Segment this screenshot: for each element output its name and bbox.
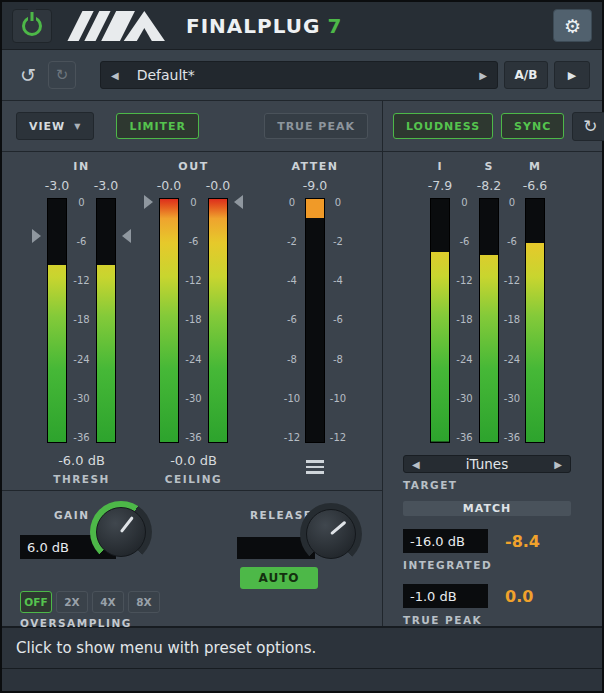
true-peak-toggle[interactable]: TRUE PEAK (264, 113, 368, 139)
target-selector[interactable]: ◀ iTunes ▶ (403, 455, 571, 473)
out-meter-left-fill (160, 199, 178, 442)
auto-release-toggle[interactable]: AUTO (240, 567, 318, 589)
loudness-panel: I S M -7.9 -8.2 -6.6 0-6-12-18-24-30-36 (383, 152, 602, 626)
bottom-strip (2, 668, 602, 691)
integrated-meter-label: I (430, 160, 450, 178)
scale-tick: -24 (504, 355, 520, 365)
out-meter-left (159, 198, 179, 443)
preset-name: Default* (137, 67, 480, 83)
scale-tick: 0 (335, 198, 341, 208)
threshold-marker-left[interactable] (32, 229, 41, 243)
power-icon (22, 16, 42, 36)
scale-tick: -2 (287, 237, 297, 247)
scale-tick: -18 (456, 315, 472, 325)
ceiling-label: CEILING (165, 473, 222, 485)
momentary-meter-value: -6.6 (525, 178, 545, 198)
oversampling-off-button[interactable]: OFF (20, 591, 52, 613)
integrated-meter (430, 198, 450, 443)
scale-tick: -30 (73, 394, 89, 404)
undo-icon: ↺ (20, 64, 36, 86)
redo-button[interactable]: ↻ (48, 61, 76, 89)
settings-button[interactable]: ⚙ (553, 9, 592, 42)
truepeak-row: -1.0 dB 0.0 (403, 584, 602, 608)
atten-label: ATTEN (291, 160, 338, 178)
ab-compare-button[interactable]: A/B (504, 61, 548, 89)
loudness-toggle[interactable]: LOUDNESS (393, 113, 493, 139)
scale-tick: -36 (456, 433, 472, 443)
oversampling-2x-button[interactable]: 2X (56, 591, 88, 613)
control-row: VIEW ▼ LIMITER TRUE PEAK LOUDNESS SYNC ↻ (2, 101, 602, 152)
threshold-marker-right[interactable] (122, 229, 131, 243)
scale-tick: -18 (504, 315, 520, 325)
sync-toggle[interactable]: SYNC (501, 113, 564, 139)
in-meter-scale: 0-6-12-18-24-30-36 (67, 198, 96, 443)
target-prev-icon[interactable]: ◀ (412, 459, 420, 470)
integrated-target-field[interactable]: -16.0 dB (403, 529, 488, 553)
chevron-down-icon: ▼ (74, 122, 81, 131)
preset-prev-icon[interactable]: ◀ (111, 70, 119, 81)
plugin-version: 7 (327, 14, 342, 38)
loudness-meter-labels: I S M (430, 160, 590, 178)
truepeak-target-field[interactable]: -1.0 dB (403, 584, 488, 608)
scale-tick: -12 (330, 433, 346, 443)
plugin-title: FINALPLUG7 (186, 14, 342, 38)
preset-toolbar: ↺ ↻ ◀ Default* ▶ A/B ▶ (2, 50, 602, 101)
gain-knob[interactable] (90, 501, 152, 563)
sync-icon: ↻ (583, 116, 597, 136)
momentary-meter-fill (526, 243, 544, 442)
atten-bars: 0-2-4-6-8-10-12 0-2-4-6-8-10-12 (279, 198, 351, 443)
scale-tick: -6 (77, 237, 87, 247)
loudness-controls: LOUDNESS SYNC ↻ (383, 101, 604, 151)
out-meter-group: OUT -0.0 -0.0 0-6-12-18-24-30-36 -0.0 dB (159, 160, 228, 490)
out-meter-scale: 0-6-12-18-24-30-36 (179, 198, 208, 443)
limiter-controls: VIEW ▼ LIMITER TRUE PEAK (2, 101, 383, 151)
loudness-reset-button[interactable]: ↻ (572, 112, 604, 141)
scale-tick: -12 (185, 276, 201, 286)
ceiling-marker-right[interactable] (234, 195, 243, 209)
scale-tick: -8 (287, 355, 297, 365)
release-knob[interactable] (300, 503, 362, 565)
preset-advance-button[interactable]: ▶ (554, 61, 590, 89)
in-meter-right-fill (97, 265, 115, 442)
loudness-meters: I S M -7.9 -8.2 -6.6 0-6-12-18-24-30-36 (430, 160, 590, 443)
preset-next-icon[interactable]: ▶ (479, 70, 487, 81)
scale-tick: -12 (456, 276, 472, 286)
limiter-toggle[interactable]: LIMITER (116, 113, 199, 139)
out-values: -0.0 -0.0 (159, 178, 228, 198)
in-value-right: -3.0 (96, 178, 116, 198)
scale-tick: -2 (333, 237, 343, 247)
scale-tick: 0 (509, 198, 515, 208)
preset-selector[interactable]: ◀ Default* ▶ (100, 61, 498, 89)
scale-tick: -4 (333, 276, 343, 286)
gain-label: GAIN (54, 509, 89, 521)
ceiling-readout[interactable]: -0.0 dB (170, 453, 217, 471)
in-label: IN (73, 160, 89, 178)
threshold-readout[interactable]: -6.0 dB (58, 453, 105, 471)
view-dropdown[interactable]: VIEW ▼ (16, 112, 94, 140)
status-bar: Click to show menu with preset options. (2, 626, 602, 668)
undo-button[interactable]: ↺ (14, 61, 42, 89)
view-label: VIEW (29, 120, 65, 133)
ceiling-marker-left[interactable] (144, 195, 153, 209)
in-meter-left (47, 198, 67, 443)
scale-tick: -6 (189, 237, 199, 247)
match-button[interactable]: MATCH (403, 501, 571, 516)
plugin-title-text: FINALPLUG (186, 14, 320, 38)
loudness-bars: 0-6-12-18-24-30-36 0-6-12-18-24-30-36 (430, 198, 590, 443)
scale-tick: -6 (460, 237, 470, 247)
header-bar: FINALPLUG7 ⚙ (2, 2, 602, 50)
meter-menu-button[interactable] (298, 455, 332, 479)
scale-tick: -36 (185, 433, 201, 443)
shortterm-meter-fill (480, 255, 498, 442)
oversampling-label: OVERSAMPLING (20, 617, 132, 629)
scale-tick: -30 (504, 394, 520, 404)
power-button[interactable] (12, 9, 52, 43)
oversampling-8x-button[interactable]: 8X (128, 591, 160, 613)
threshold-label: THRESH (53, 473, 110, 485)
scale-tick: -6 (507, 237, 517, 247)
oversampling-4x-button[interactable]: 4X (92, 591, 124, 613)
target-next-icon[interactable]: ▶ (554, 459, 562, 470)
scale-tick: -6 (287, 315, 297, 325)
plugin-window: FINALPLUG7 ⚙ ↺ ↻ ◀ Default* ▶ A/B ▶ VIEW… (0, 0, 604, 693)
scale-tick: -6 (333, 315, 343, 325)
